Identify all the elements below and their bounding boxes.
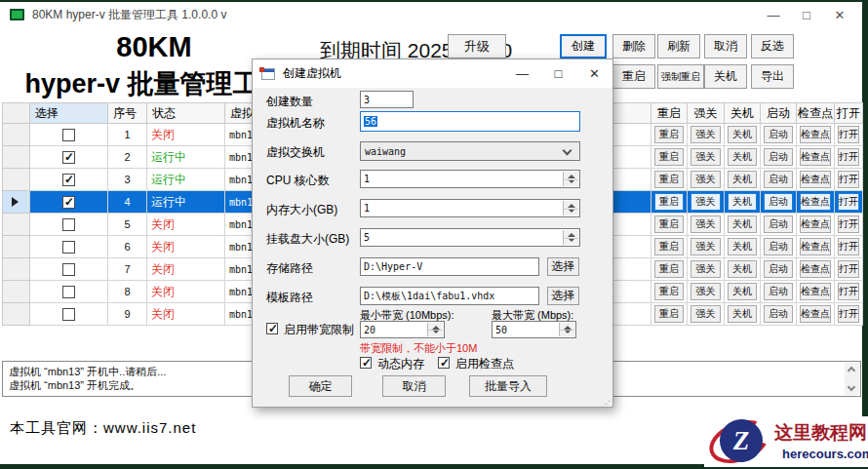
row-checkpoint-button[interactable]: 检查点 [800,283,831,300]
cancel-button[interactable]: 取消 [704,34,747,59]
row-open-button[interactable]: 打开 [838,305,859,323]
row-header-cell[interactable] [3,169,30,191]
force-off-column-header[interactable]: 强关 [688,103,725,124]
close-icon[interactable]: ✕ [823,8,856,22]
row-header-cell[interactable] [3,191,30,214]
count-input[interactable]: 3 [360,91,414,108]
row-header-cell[interactable] [3,258,30,281]
dynamic-memory-checkbox[interactable]: 动态内存 [360,357,424,371]
virtual-switch-select[interactable]: waiwang [360,141,580,161]
create-button[interactable]: 创建 [560,34,607,59]
row-start-button[interactable]: 启动 [764,283,793,300]
row-checkpoint-button[interactable]: 检查点 [800,215,831,233]
row-shutdown-button[interactable]: 关机 [728,193,757,211]
row-start-button[interactable]: 启动 [764,238,793,255]
row-restart-button[interactable]: 重启 [654,171,684,188]
row-checkbox[interactable] [62,151,75,164]
row-shutdown-button[interactable]: 关机 [728,238,757,255]
row-checkbox[interactable] [62,263,75,276]
row-open-button[interactable]: 打开 [838,148,859,166]
row-force-off-button[interactable]: 强关 [690,260,721,278]
row-checkpoint-button[interactable]: 检查点 [800,305,831,323]
refresh-button[interactable]: 刷新 [657,34,700,59]
row-start-button[interactable]: 启动 [764,126,793,143]
row-open-button[interactable]: 打开 [838,171,859,188]
row-open-button[interactable]: 打开 [838,260,859,278]
min-bandwidth-spinner-buttons[interactable] [427,323,443,336]
storage-browse-button[interactable]: 选择 [547,257,579,276]
template-browse-button[interactable]: 选择 [547,287,579,305]
row-shutdown-button[interactable]: 关机 [728,283,757,300]
row-restart-button[interactable]: 重启 [654,305,684,323]
upgrade-button[interactable]: 升级 [448,34,506,59]
row-start-button[interactable]: 启动 [764,260,793,278]
row-restart-button[interactable]: 重启 [654,148,684,166]
template-path-input[interactable]: D:\模板\1dai\fabu1.vhdx [360,287,539,305]
bandwidth-limit-checkbox[interactable]: 启用带宽限制 [266,323,354,336]
row-header-cell[interactable] [3,146,30,169]
minimize-icon[interactable]: — [757,8,790,22]
row-checkpoint-button[interactable]: 检查点 [800,193,831,211]
storage-path-input[interactable]: D:\Hyper-V [360,257,539,276]
max-bandwidth-stepper[interactable]: 50 [492,321,576,338]
max-bandwidth-spinner-buttons[interactable] [559,323,574,336]
row-restart-button[interactable]: 重启 [654,283,684,300]
row-open-button[interactable]: 打开 [838,238,859,255]
row-header-cell[interactable] [3,214,30,236]
row-force-off-button[interactable]: 强关 [690,215,721,233]
shutdown-button[interactable]: 关机 [704,64,747,89]
row-header-cell[interactable] [3,124,30,146]
invert-selection-button[interactable]: 反选 [751,34,794,59]
select-column-header[interactable]: 选择 [30,103,108,124]
row-checkpoint-button[interactable]: 检查点 [800,238,831,255]
checkpoint-column-header[interactable]: 检查点 [797,103,835,124]
disk-stepper[interactable]: 5 [360,228,580,247]
shutdown-column-header[interactable]: 关机 [725,103,761,124]
row-shutdown-button[interactable]: 关机 [728,215,757,233]
enable-checkpoint-checkbox[interactable]: 启用检查点 [438,357,514,371]
dialog-cancel-button[interactable]: 取消 [382,375,446,397]
row-checkpoint-button[interactable]: 检查点 [800,171,831,188]
row-open-button[interactable]: 打开 [838,283,859,300]
cpu-spinner-buttons[interactable] [563,172,578,186]
force-restart-button[interactable]: 强制重启 [657,64,704,89]
status-scrollbar[interactable] [845,363,859,395]
disk-spinner-buttons[interactable] [563,230,578,245]
row-header-cell[interactable] [3,303,30,326]
dialog-close-icon[interactable]: ✕ [576,66,612,81]
row-open-button[interactable]: 打开 [838,126,859,143]
scroll-down-icon[interactable] [848,383,855,391]
memory-stepper[interactable]: 1 [360,199,580,217]
dialog-maximize-icon[interactable]: □ [540,66,576,81]
open-column-header[interactable]: 打开 [835,103,863,124]
row-header-cell[interactable] [3,236,30,258]
row-force-off-button[interactable]: 强关 [690,148,721,166]
row-restart-button[interactable]: 重启 [654,193,684,211]
row-start-button[interactable]: 启动 [764,215,793,233]
row-checkbox[interactable] [62,196,75,209]
row-start-button[interactable]: 启动 [764,305,793,323]
row-force-off-button[interactable]: 强关 [690,283,721,300]
memory-spinner-buttons[interactable] [563,201,578,215]
maximize-icon[interactable]: □ [790,8,823,22]
row-start-button[interactable]: 启动 [764,148,793,166]
ok-button[interactable]: 确定 [289,375,352,397]
row-restart-button[interactable]: 重启 [654,238,684,255]
row-checkpoint-button[interactable]: 检查点 [800,148,831,166]
row-checkbox[interactable] [62,218,75,231]
status-column-header[interactable]: 状态 [147,103,225,124]
row-checkbox[interactable] [62,129,75,141]
index-column-header[interactable]: 序号 [108,103,147,124]
row-restart-button[interactable]: 重启 [654,126,684,143]
row-checkbox[interactable] [62,286,75,298]
row-force-off-button[interactable]: 强关 [690,193,721,211]
row-checkpoint-button[interactable]: 检查点 [800,126,831,143]
row-open-button[interactable]: 打开 [838,215,859,233]
row-checkbox[interactable] [62,308,75,321]
dialog-minimize-icon[interactable]: — [504,66,540,81]
scroll-up-icon[interactable] [848,367,855,374]
row-force-off-button[interactable]: 强关 [690,238,721,255]
vm-name-input[interactable]: 56 [360,111,580,132]
restart-button[interactable]: 重启 [612,64,655,89]
row-shutdown-button[interactable]: 关机 [728,305,757,323]
